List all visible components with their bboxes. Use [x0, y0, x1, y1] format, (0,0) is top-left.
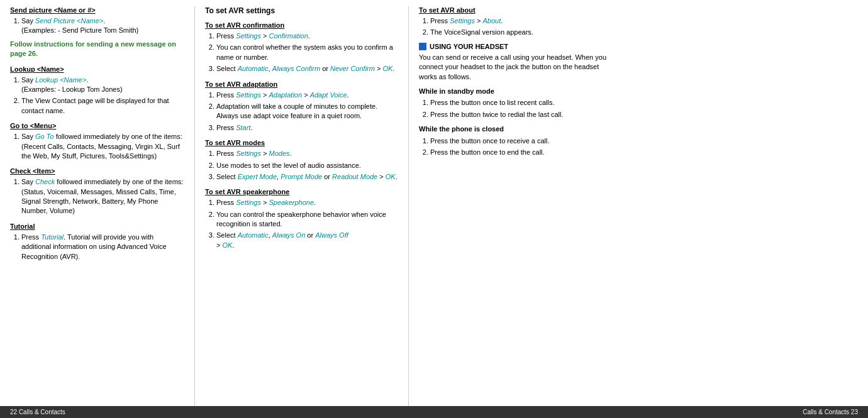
start-link: Start [236, 124, 250, 131]
ok-link-2: OK [386, 173, 396, 180]
avr-confirmation-list: Press Settings > Confirmation. You can c… [205, 31, 398, 74]
send-picture-link: Send Picture <Name> [35, 17, 103, 25]
list-item: The VoiceSignal version appears. [430, 28, 613, 37]
avr-about-title: To set AVR about [419, 6, 613, 14]
middle-column: To set AVR settings To set AVR confirmat… [195, 6, 409, 406]
list-item: Press Settings > About. [430, 16, 613, 26]
list-item: Use modes to set the level of audio assi… [216, 161, 398, 170]
list-item: Press Settings > Modes. [216, 149, 398, 158]
section5-list: Press Tutorial. Tutorial will provide yo… [10, 233, 184, 261]
section2-sub: (Examples: - Lookup Tom Jones) [21, 85, 123, 93]
settings-link-1: Settings [236, 32, 261, 40]
ok-link-1: OK [382, 65, 392, 72]
about-link: About [482, 17, 501, 25]
right-column: To set AVR about Press Settings > About.… [409, 6, 623, 406]
page-container: Send picture <Name or #> Say Send Pictur… [0, 0, 868, 418]
blue-rect-icon [419, 43, 426, 50]
avr-modes-list: Press Settings > Modes. Use modes to set… [205, 149, 398, 182]
using-headset-title: USING YOUR HEADSET [430, 43, 508, 50]
list-item: Press Start. [216, 123, 398, 133]
footer-right-text: Calls & Contacts 23 [803, 409, 858, 415]
modes-link: Modes [269, 150, 289, 157]
list-item: Say Check followed immediately by one of… [21, 177, 184, 216]
standby-list: Press the button once to list recent cal… [419, 98, 613, 119]
section3-title: Go to <Menu> [10, 122, 184, 129]
list-item: Press Settings > Confirmation. [216, 31, 398, 41]
avr-confirmation-title: To set AVR confirmation [205, 21, 398, 29]
voicesignal-text: The VoiceSignal version appears. [430, 28, 533, 36]
list-item: Press Tutorial. Tutorial will provide yo… [21, 233, 184, 261]
section1-title: Send picture <Name or #> [10, 6, 184, 14]
avr-adaptation-list: Press Settings > Adaptation > Adapt Voic… [205, 91, 398, 133]
using-headset-bar: USING YOUR HEADSET [419, 43, 613, 50]
settings-link-5: Settings [450, 17, 475, 25]
never-confirm-link: Never Confirm [330, 65, 375, 72]
list-item: You can control whether the system asks … [216, 43, 398, 62]
list-item: Say Go To followed immediately by one of… [21, 132, 184, 161]
settings-link-4: Settings [236, 199, 261, 206]
list-item: Select Automatic, Always Confirm or Neve… [216, 64, 398, 74]
list-item: Press the button twice to redial the las… [430, 110, 613, 119]
goto-link: Go To [35, 133, 54, 140]
always-confirm-link: Always Confirm [272, 65, 320, 72]
adapt-voice-link: Adapt Voice [310, 91, 347, 99]
avr-speakerphone-list: Press Settings > Speakerphone. You can c… [205, 198, 398, 250]
list-item: Press Settings > Speakerphone. [216, 198, 398, 207]
list-item: Select Expert Mode, Prompt Mode or Reado… [216, 172, 398, 182]
using-headset-desc: You can send or receive a call using you… [419, 53, 613, 82]
content-area: Send picture <Name or #> Say Send Pictur… [0, 0, 868, 406]
standby-heading: While in standby mode [419, 87, 613, 96]
list-item: Press Settings > Adaptation > Adapt Voic… [216, 91, 398, 100]
list-item: You can control the speakerphone behavio… [216, 210, 398, 229]
green-follow-instructions: Follow instructions for sending a new me… [10, 40, 184, 59]
section1-sub: (Examples: - Send Picture Tom Smith) [21, 26, 138, 34]
list-item: Say Send Picture <Name>. (Examples: - Se… [21, 16, 184, 36]
closed-list: Press the button once to receive a call.… [419, 136, 613, 158]
automatic-link-2: Automatic [238, 231, 269, 239]
list-item: Press the button once to list recent cal… [430, 98, 613, 107]
list-item: Adaptation will take a couple of minutes… [216, 102, 398, 121]
ok-link-3: OK [222, 241, 232, 249]
page-footer: 22 Calls & Contacts Calls & Contacts 23 [0, 406, 868, 418]
section2-list: Say Lookup <Name>. (Examples: - Lookup T… [10, 75, 184, 116]
avr-speakerphone-title: To set AVR speakerphone [205, 188, 398, 195]
check-link: Check [35, 178, 55, 185]
section4-title: Check <Item> [10, 167, 184, 175]
expert-mode-link: Expert Mode [238, 173, 277, 180]
list-item: Press the button once to end the call. [430, 148, 613, 157]
settings-link-2: Settings [236, 91, 261, 99]
avr-adaptation-title: To set AVR adaptation [205, 80, 398, 88]
speakerphone-link: Speakerphone [269, 199, 314, 206]
tutorial-link: Tutorial [41, 233, 64, 241]
list-item: Select Automatic, Always On or Always Of… [216, 231, 398, 250]
footer-left-text: 22 Calls & Contacts [10, 409, 65, 415]
section2-item2: The View Contact page will be displayed … [21, 97, 169, 114]
list-item: Press the button once to receive a call. [430, 136, 613, 146]
list-item: Say Lookup <Name>. (Examples: - Lookup T… [21, 75, 184, 95]
left-column: Send picture <Name or #> Say Send Pictur… [0, 6, 195, 406]
readout-mode-link: Readout Mode [332, 173, 377, 180]
section1-list: Say Send Picture <Name>. (Examples: - Se… [10, 16, 184, 36]
automatic-link-1: Automatic [238, 65, 269, 72]
section5-title: Tutorial [10, 223, 184, 230]
section2-title: Lookup <Name> [10, 65, 184, 73]
avr-about-list: Press Settings > About. The VoiceSignal … [419, 16, 613, 38]
closed-heading: While the phone is closed [419, 124, 613, 134]
confirmation-link: Confirmation [269, 32, 308, 40]
section3-list: Say Go To followed immediately by one of… [10, 132, 184, 161]
adaptation-link: Adaptation [269, 91, 302, 99]
list-item: The View Contact page will be displayed … [21, 96, 184, 116]
avr-settings-main-heading: To set AVR settings [205, 6, 398, 15]
section4-list: Say Check followed immediately by one of… [10, 177, 184, 216]
avr-modes-title: To set AVR modes [205, 139, 398, 146]
always-on-link: Always On [272, 231, 306, 239]
settings-link-3: Settings [236, 150, 261, 157]
prompt-mode-link: Prompt Mode [281, 173, 322, 180]
lookup-link: Lookup <Name> [35, 76, 86, 84]
always-off-link: Always Off [315, 231, 348, 239]
